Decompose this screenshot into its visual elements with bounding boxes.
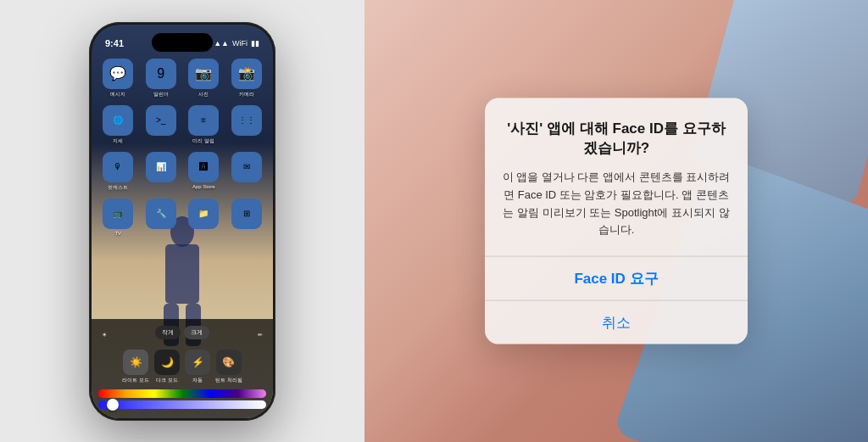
pencil-icon: ✏ [258,332,263,338]
left-panel: 9:41 ▲▲▲ WiFi ▮▮ 💬 메시지 9 알린더 [0,0,364,442]
dialog-title: '사진' 앱에 대해 Face ID를 요구하겠습니까? [502,118,731,159]
svg-rect-1 [165,244,199,304]
app-tv[interactable]: 📺 TV [100,199,136,236]
cancel-button[interactable]: 취소 [485,301,748,344]
dark-mode[interactable]: 🌙 다크 모드 [154,350,180,384]
app-label-reminders: 미리 알림 [192,137,214,145]
app-unknown3[interactable]: 🔧 [143,199,180,236]
dialog-body: 이 앱을 열거나 다른 앱에서 콘텐츠를 표시하려면 Face ID 또는 암호… [502,169,731,239]
app-label-maps: 지세 [113,137,123,145]
app-podcasts[interactable]: 🎙 팟캐스트 [100,152,136,192]
app-calendar[interactable]: 9 알린더 [143,59,180,98]
app-appstore[interactable]: 🅰 App Store [186,152,222,192]
small-toggle[interactable]: 작게 [155,326,181,339]
app-maps[interactable]: 🌐 지세 [100,105,136,145]
app-camera[interactable]: 📸 카메라 [229,59,265,98]
tint-mode[interactable]: 🎨 틴트 처리됨 [215,350,242,384]
app-label-appstore: App Store [192,184,215,189]
app-mail[interactable]: ✉ [229,152,265,192]
bottom-controls: ☀ 작게 크게 ✏ ☀️ 라이트 모드 🌙 [92,319,273,418]
white-slider[interactable] [98,400,266,409]
app-unknown1[interactable]: ⋮⋮ [229,105,265,145]
brightness-icon: ☀ [102,332,107,338]
app-unknown4[interactable]: ⊞ [229,199,265,236]
app-label-photos: 사진 [198,91,209,98]
phone: 9:41 ▲▲▲ WiFi ▮▮ 💬 메시지 9 알린더 [89,22,275,421]
screen: 9:41 ▲▲▲ WiFi ▮▮ 💬 메시지 9 알린더 [92,25,273,418]
app-label-tv: TV [114,231,121,236]
auto-mode-label: 자동 [192,377,203,384]
app-terminal[interactable]: >_ [143,105,180,145]
color-slider[interactable] [98,389,266,398]
tint-mode-label: 틴트 처리됨 [215,377,242,384]
phone-screen: 9:41 ▲▲▲ WiFi ▮▮ 💬 메시지 9 알린더 [92,25,273,418]
dynamic-island [152,33,213,52]
large-toggle[interactable]: 크게 [184,326,209,339]
app-grid: 💬 메시지 9 알린더 📷 사진 📸 카메라 [100,59,264,236]
app-label-camera: 카메라 [239,91,254,98]
slider-handle[interactable] [107,399,119,411]
face-id-dialog: '사진' 앱에 대해 Face ID를 요구하겠습니까? 이 앱을 열거나 다른… [485,98,748,344]
face-id-button[interactable]: Face ID 요구 [485,257,748,300]
app-label-messages: 메시지 [110,91,125,98]
auto-mode[interactable]: ⚡ 자동 [185,350,210,384]
status-time: 9:41 [105,38,124,48]
app-messages[interactable]: 💬 메시지 [100,59,136,98]
app-photos[interactable]: 📷 사진 [186,59,222,98]
app-label-calendar: 알린더 [153,91,169,98]
dark-mode-label: 다크 모드 [156,377,178,384]
right-panel: '사진' 앱에 대해 Face ID를 요구하겠습니까? 이 앱을 열거나 다른… [364,0,868,442]
brightness-row: ☀ 작게 크게 ✏ [98,326,266,344]
app-label-podcasts: 팟캐스트 [108,184,128,192]
app-unknown2[interactable]: 📊 [143,152,180,192]
wifi-icon: WiFi [232,39,248,48]
mode-icons: ☀️ 라이트 모드 🌙 다크 모드 ⚡ 자동 🎨 [98,350,266,384]
status-icons: ▲▲▲ WiFi ▮▮ [206,39,259,48]
toggle-buttons[interactable]: 작게 크게 [155,326,209,339]
light-mode[interactable]: ☀️ 라이트 모드 [122,350,149,384]
app-reminders[interactable]: ≡ 미리 알림 [186,105,222,145]
light-mode-label: 라이트 모드 [122,377,149,384]
battery-icon: ▮▮ [251,39,259,48]
app-files[interactable]: 📁 [186,199,222,236]
